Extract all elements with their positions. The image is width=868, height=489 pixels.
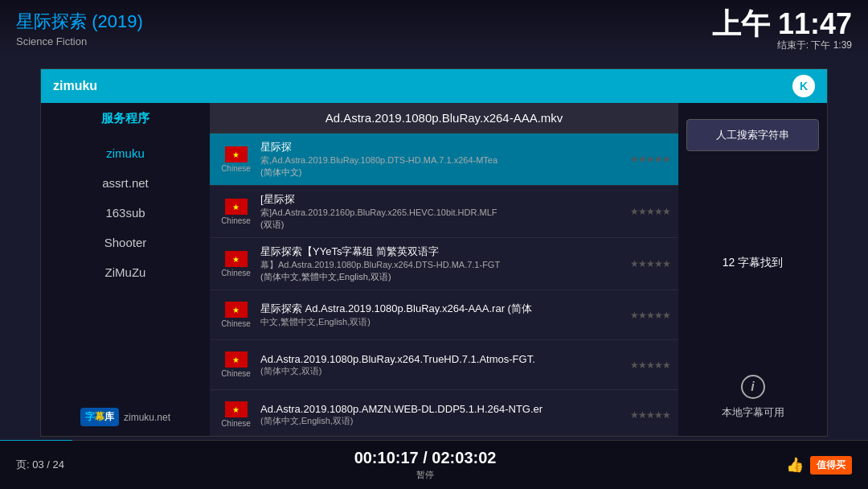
search-button[interactable]: 人工搜索字符串 xyxy=(686,119,819,151)
found-count: 12 字幕找到 xyxy=(723,256,783,270)
flag-icon xyxy=(225,351,248,368)
page-total: 24 xyxy=(53,458,64,471)
subtitle-lang: (双语) xyxy=(260,219,624,231)
current-time: 上午 11:47 xyxy=(712,10,852,39)
lang-label: Chinese xyxy=(218,369,254,378)
subtitle-dialog: zimuku K 服务程序 zimuku assrt.net 163sub Sh… xyxy=(40,68,828,437)
lang-label: Chinese xyxy=(218,216,254,225)
sidebar-item-shooter[interactable]: Shooter xyxy=(41,228,210,257)
brand-icon: 👍 xyxy=(786,456,804,474)
subtitle-item[interactable]: Chinese Ad.Astra.2019.1080p.BluRay.x264.… xyxy=(210,340,678,390)
page-current: 03 xyxy=(32,458,43,471)
dialog-body: 服务程序 zimuku assrt.net 163sub Shooter ZiM… xyxy=(41,103,827,436)
stars: ★★★★★ xyxy=(630,310,670,321)
sidebar-label: 服务程序 xyxy=(101,111,149,126)
subtitle-info: Ad.Astra.2019.1080p.AMZN.WEB-DL.DDP5.1.H… xyxy=(260,403,624,427)
subtitle-detail: 幕】Ad.Astra.2019.1080p.BluRay.x264.DTS-HD… xyxy=(260,259,624,271)
subtitle-title: 星际探索【YYeTs字幕组 简繁英双语字 xyxy=(260,244,624,259)
sidebar: 服务程序 zimuku assrt.net 163sub Shooter ZiM… xyxy=(41,103,210,436)
subtitle-title: Ad.Astra.2019.1080p.AMZN.WEB-DL.DDP5.1.H… xyxy=(260,403,624,415)
subtitle-info: 星际探索【YYeTs字幕组 简繁英双语字 幕】Ad.Astra.2019.108… xyxy=(260,244,624,283)
logo-box: 字幕库 xyxy=(80,408,119,426)
flag-icon xyxy=(225,302,248,318)
subtitle-detail: 中文,繁體中文,English,双语) xyxy=(260,316,624,328)
stars: ★★★★★ xyxy=(630,206,670,217)
sidebar-item-assrt[interactable]: assrt.net xyxy=(41,168,210,198)
subtitle-detail: 索,Ad.Astra.2019.BluRay.1080p.DTS-HD.MA.7… xyxy=(260,154,624,166)
subtitle-info: 星际探 索,Ad.Astra.2019.BluRay.1080p.DTS-HD.… xyxy=(260,140,624,179)
subtitle-item[interactable]: Chinese 星际探 索,Ad.Astra.2019.BluRay.1080p… xyxy=(210,134,678,186)
local-text: 本地字幕可用 xyxy=(722,405,784,420)
info-icon: i xyxy=(741,375,765,399)
file-header: Ad.Astra.2019.1080p.BluRay.x264-AAA.mkv xyxy=(210,103,678,134)
movie-title: 星际探索 (2019) xyxy=(16,10,143,34)
paused-label: 暂停 xyxy=(354,469,497,481)
lang-label: Chinese xyxy=(218,269,254,277)
movie-genre: Science Fiction xyxy=(16,35,143,47)
page-label: 页: xyxy=(16,458,30,471)
lang-label: Chinese xyxy=(218,164,254,173)
dialog-header: zimuku K xyxy=(41,69,827,103)
movie-year: (2019) xyxy=(92,11,143,31)
logo-text: zimuku.net xyxy=(124,412,170,423)
brand-area: 👍 值得买 xyxy=(786,456,852,475)
playback-info: 00:10:17 / 02:03:02 暂停 xyxy=(354,449,497,481)
flag-icon xyxy=(225,251,248,267)
subtitle-list[interactable]: Chinese 星际探 索,Ad.Astra.2019.BluRay.1080p… xyxy=(210,134,678,436)
kodi-icon: K xyxy=(792,75,815,97)
local-area: i 本地字幕可用 xyxy=(722,375,784,420)
bottom-bar: 页: 03 / 24 00:10:17 / 02:03:02 暂停 👍 值得买 xyxy=(0,441,868,489)
subtitle-lang: (简体中文,繁體中文,English,双语) xyxy=(260,271,624,283)
brand-badge: 值得买 xyxy=(810,456,852,475)
page-separator: / xyxy=(47,458,52,471)
right-panel: 人工搜索字符串 12 字幕找到 i 本地字幕可用 xyxy=(678,103,827,436)
stars: ★★★★★ xyxy=(630,258,670,269)
page-info: 页: 03 / 24 xyxy=(16,458,64,472)
subtitle-title: 星际探索 Ad.Astra.2019.1080p.BluRay.x264-AAA… xyxy=(260,302,624,316)
time-area: 上午 11:47 结束于: 下午 1:39 xyxy=(712,10,852,52)
stars: ★★★★★ xyxy=(630,154,670,165)
center-panel: Ad.Astra.2019.1080p.BluRay.x264-AAA.mkv … xyxy=(210,103,678,436)
top-bar: 星际探索 (2019) Science Fiction 上午 11:47 结束于… xyxy=(0,0,868,56)
subtitle-item[interactable]: Chinese 星际探索【YYeTs字幕组 简繁英双语字 幕】Ad.Astra.… xyxy=(210,238,678,290)
subtitle-lang: (简体中文) xyxy=(260,166,624,179)
subtitle-info: [星际探 索]Ad.Astra.2019.2160p.BluRay.x265.H… xyxy=(260,192,624,231)
stars: ★★★★★ xyxy=(630,409,670,421)
flag-icon xyxy=(225,146,248,162)
subtitle-info: 星际探索 Ad.Astra.2019.1080p.BluRay.x264-AAA… xyxy=(260,302,624,328)
sidebar-item-163sub[interactable]: 163sub xyxy=(41,198,210,228)
subtitle-detail: (简体中文,English,双语) xyxy=(260,415,624,427)
subtitle-detail: 索]Ad.Astra.2019.2160p.BluRay.x265.HEVC.1… xyxy=(260,207,624,219)
dialog-title: zimuku xyxy=(53,79,97,93)
subtitle-title: Ad.Astra.2019.1080p.BluRay.x264.TrueHD.7… xyxy=(260,353,624,365)
subtitle-title: 星际探 xyxy=(260,140,624,154)
title-area: 星际探索 (2019) Science Fiction xyxy=(16,10,143,47)
stars: ★★★★★ xyxy=(630,360,670,371)
sidebar-logo: 字幕库 zimuku.net xyxy=(71,398,180,436)
subtitle-title: [星际探 xyxy=(260,192,624,207)
subtitle-detail: (简体中文,双语) xyxy=(260,365,624,377)
sidebar-item-zimuku[interactable]: zimuku xyxy=(41,138,210,168)
end-time: 结束于: 下午 1:39 xyxy=(712,39,852,52)
subtitle-item[interactable]: Chinese 星际探索 Ad.Astra.2019.1080p.BluRay.… xyxy=(210,290,678,340)
playback-time: 00:10:17 / 02:03:02 xyxy=(354,449,497,467)
sidebar-item-zimuzu[interactable]: ZiMuZu xyxy=(41,257,210,287)
subtitle-item[interactable]: Chinese Ad.Astra.2019.1080p.AMZN.WEB-DL.… xyxy=(210,390,678,436)
subtitle-info: Ad.Astra.2019.1080p.BluRay.x264.TrueHD.7… xyxy=(260,353,624,377)
flag-icon xyxy=(225,401,248,417)
movie-title-text: 星际探索 xyxy=(16,11,87,31)
subtitle-item[interactable]: Chinese [星际探 索]Ad.Astra.2019.2160p.BluRa… xyxy=(210,186,678,238)
flag-icon xyxy=(225,199,248,215)
lang-label: Chinese xyxy=(218,319,254,328)
lang-label: Chinese xyxy=(218,419,254,428)
